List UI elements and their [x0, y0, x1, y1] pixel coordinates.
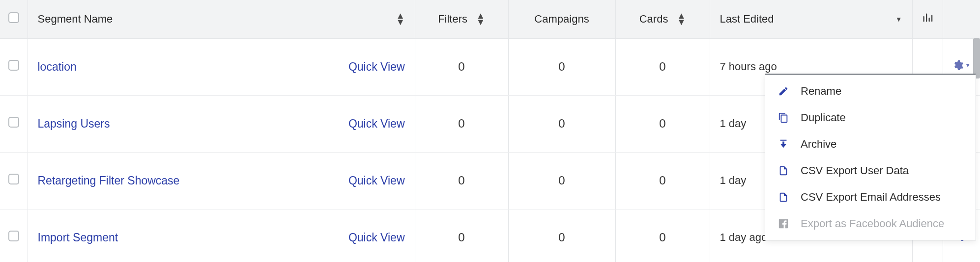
sort-icon: ▲▼: [396, 13, 405, 25]
sort-icon: ▲▼: [677, 13, 686, 25]
menu-item-archive[interactable]: Archive: [765, 131, 976, 157]
quick-view-button[interactable]: Quick View: [348, 231, 405, 244]
select-all-checkbox[interactable]: [8, 12, 19, 23]
sort-icon: ▲▼: [476, 13, 485, 25]
gear-icon: [952, 59, 964, 71]
row-actions-menu: Rename Duplicate Archive CSV Export User…: [765, 74, 976, 240]
quick-view-button[interactable]: Quick View: [348, 174, 405, 187]
header-actions: [943, 0, 980, 38]
menu-item-label: Duplicate: [801, 111, 846, 124]
menu-item-label: Export as Facebook Audience: [801, 217, 944, 230]
menu-item-label: CSV Export Email Addresses: [801, 191, 941, 204]
header-filters[interactable]: Filters ▲▼: [415, 0, 508, 38]
header-last-edited[interactable]: Last Edited ▼: [710, 0, 912, 38]
quick-view-button[interactable]: Quick View: [348, 117, 405, 131]
row-checkbox[interactable]: [8, 117, 19, 128]
campaigns-value: 0: [508, 38, 615, 95]
menu-item-csv-user[interactable]: CSV Export User Data: [765, 157, 976, 184]
campaigns-value: 0: [508, 95, 615, 152]
file-icon: [777, 165, 790, 176]
row-checkbox[interactable]: [8, 60, 19, 71]
pencil-icon: [777, 86, 790, 97]
header-campaigns-label: Campaigns: [534, 13, 589, 26]
bar-chart-icon: [922, 12, 933, 26]
cards-value: 0: [615, 152, 710, 209]
filters-value: 0: [415, 95, 508, 152]
file-icon: [777, 192, 790, 203]
menu-item-facebook: Export as Facebook Audience: [765, 210, 976, 237]
row-checkbox[interactable]: [8, 174, 19, 184]
header-cards-label: Cards: [639, 13, 668, 26]
segment-name-link[interactable]: location: [38, 60, 77, 74]
quick-view-button[interactable]: Quick View: [348, 60, 405, 74]
header-campaigns[interactable]: Campaigns: [508, 0, 615, 38]
facebook-icon: [777, 218, 790, 229]
header-filters-label: Filters: [438, 13, 467, 26]
filters-value: 0: [415, 38, 508, 95]
cards-value: 0: [615, 38, 710, 95]
menu-item-rename[interactable]: Rename: [765, 78, 976, 105]
campaigns-value: 0: [508, 152, 615, 209]
header-segment-name-label: Segment Name: [38, 13, 113, 26]
header-segment-name[interactable]: Segment Name ▲▼: [28, 0, 415, 38]
menu-item-label: CSV Export User Data: [801, 164, 909, 177]
caret-down-icon: ▼: [965, 62, 971, 69]
header-select-all: [0, 0, 28, 38]
segment-name-link[interactable]: Retargeting Filter Showcase: [38, 174, 180, 187]
segment-name-link[interactable]: Import Segment: [38, 231, 118, 244]
row-checkbox[interactable]: [8, 231, 19, 241]
segment-name-link[interactable]: Lapsing Users: [38, 117, 110, 131]
header-chart[interactable]: [912, 0, 943, 38]
copy-icon: [777, 112, 790, 123]
menu-item-csv-email[interactable]: CSV Export Email Addresses: [765, 184, 976, 210]
row-actions-button[interactable]: ▼: [952, 59, 971, 71]
scrollbar[interactable]: [973, 38, 980, 79]
download-icon: [777, 139, 790, 150]
menu-item-label: Archive: [801, 138, 836, 151]
table-header-row: Segment Name ▲▼ Filters ▲▼ Campaigns Car…: [0, 0, 980, 38]
header-last-edited-label: Last Edited: [720, 13, 774, 26]
campaigns-value: 0: [508, 209, 615, 262]
header-cards[interactable]: Cards ▲▼: [615, 0, 710, 38]
cards-value: 0: [615, 95, 710, 152]
cards-value: 0: [615, 209, 710, 262]
filters-value: 0: [415, 209, 508, 262]
menu-item-label: Rename: [801, 85, 841, 98]
caret-down-icon: ▼: [895, 15, 902, 23]
filters-value: 0: [415, 152, 508, 209]
menu-item-duplicate[interactable]: Duplicate: [765, 105, 976, 131]
